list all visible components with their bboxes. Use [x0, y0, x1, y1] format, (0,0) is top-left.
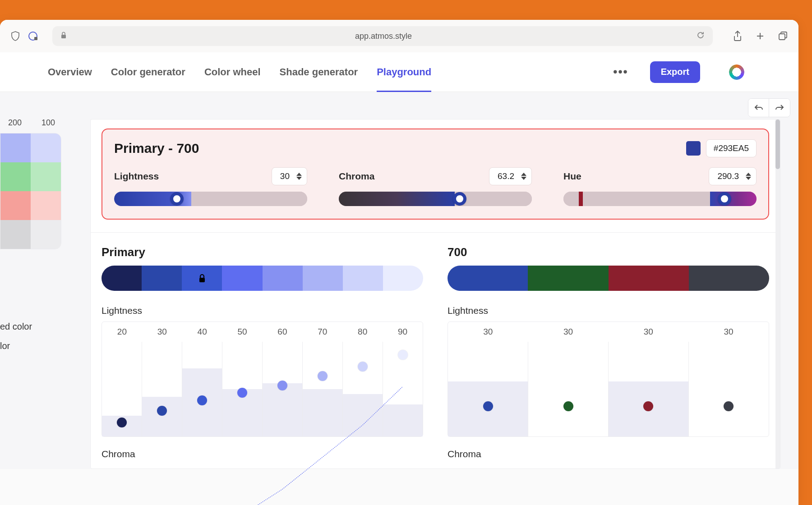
chart-point[interactable]: [197, 395, 207, 405]
swatch[interactable]: [0, 162, 31, 191]
stepper-icon[interactable]: [521, 172, 527, 180]
shade-swatch[interactable]: [689, 266, 769, 291]
app: Overview Color generator Color wheel Sha…: [0, 52, 798, 469]
hex-swatch[interactable]: [686, 141, 701, 156]
svg-rect-4: [199, 278, 205, 282]
url-text: app.atmos.style: [70, 32, 697, 41]
control-value-input[interactable]: 63.2: [489, 167, 532, 185]
shade-swatch[interactable]: [263, 266, 303, 291]
swatch[interactable]: [0, 133, 31, 162]
sidebar-swatch-row: [0, 220, 61, 249]
scrollbar[interactable]: [775, 119, 780, 468]
redo-button[interactable]: [769, 99, 790, 117]
control-label: Hue: [563, 171, 709, 182]
tabs-icon[interactable]: [778, 31, 788, 41]
chart-point[interactable]: [563, 401, 573, 411]
sidebar-swatch-row: [0, 191, 61, 220]
chart-point[interactable]: [318, 371, 328, 381]
address-bar[interactable]: app.atmos.style: [52, 26, 713, 46]
axis-tick: 30: [528, 322, 609, 342]
slider-thumb[interactable]: [453, 192, 466, 206]
control-lightness: Lightness 30: [114, 167, 307, 206]
editor-title: Primary - 700: [114, 141, 686, 156]
sidebar-headers: 200 100: [0, 118, 63, 128]
swatch[interactable]: [31, 162, 61, 191]
control-chroma: Chroma 63.2: [339, 167, 532, 206]
share-icon[interactable]: [733, 31, 743, 41]
nav-tab-playground[interactable]: Playground: [377, 54, 431, 92]
shade-swatch[interactable]: [528, 266, 608, 291]
chart-point[interactable]: [237, 388, 247, 398]
sidebar-link-1[interactable]: ed color: [0, 321, 63, 332]
control-value-input[interactable]: 30: [272, 167, 307, 185]
main-panel: Primary - 700 #293EA5 Lightness 30 Chrom…: [90, 119, 780, 469]
chart-point[interactable]: [643, 401, 653, 411]
shade-swatch[interactable]: [222, 266, 262, 291]
shield-icon[interactable]: [11, 31, 20, 41]
chart-point[interactable]: [157, 406, 167, 416]
700-lightness-chart: 30303030: [448, 321, 769, 437]
editor-card: Primary - 700 #293EA5 Lightness 30 Chrom…: [102, 129, 769, 220]
700-lightness-label: Lightness: [448, 305, 769, 316]
slider-thumb[interactable]: [170, 192, 184, 206]
refresh-icon[interactable]: [697, 31, 705, 41]
swatch[interactable]: [31, 133, 61, 162]
chart-point[interactable]: [277, 381, 287, 390]
svg-rect-2: [61, 35, 66, 38]
swatch[interactable]: [31, 191, 61, 220]
control-label: Chroma: [339, 171, 489, 182]
nav-tab-shade-generator[interactable]: Shade generator: [280, 54, 358, 91]
col-primary-title: Primary: [102, 245, 423, 259]
browser-right-icons: [733, 31, 788, 41]
nav-tab-overview[interactable]: Overview: [48, 54, 92, 91]
swatch[interactable]: [0, 191, 31, 220]
700-swatch-strip: [448, 266, 769, 291]
sidebar-swatch-row: [0, 133, 61, 162]
swatch[interactable]: [31, 220, 61, 249]
shade-swatch[interactable]: [303, 266, 343, 291]
chart-point[interactable]: [724, 401, 734, 411]
chart-point[interactable]: [398, 350, 408, 360]
chart-point[interactable]: [117, 418, 127, 427]
shade-swatch[interactable]: [448, 266, 528, 291]
shade-swatch[interactable]: [383, 266, 423, 291]
axis-tick: 50: [222, 322, 263, 342]
slider[interactable]: [339, 192, 532, 206]
hex-value[interactable]: #293EA5: [706, 139, 757, 157]
sidebar-header-100: 100: [42, 118, 55, 128]
shade-swatch[interactable]: [142, 266, 182, 291]
nav-tab-color-wheel[interactable]: Color wheel: [204, 54, 261, 91]
nav-tab-color-generator[interactable]: Color generator: [111, 54, 185, 91]
logo-icon[interactable]: [729, 64, 744, 80]
sidebar-header-200: 200: [8, 118, 22, 128]
primary-swatch-strip: [102, 266, 423, 291]
chart-point[interactable]: [358, 362, 368, 372]
stepper-icon[interactable]: [745, 172, 752, 180]
axis-tick: 90: [383, 322, 423, 342]
control-value-input[interactable]: 290.3: [709, 167, 757, 185]
more-menu-icon[interactable]: •••: [613, 65, 628, 79]
hex-display: #293EA5: [686, 139, 757, 157]
shade-swatch[interactable]: [102, 266, 142, 291]
shade-swatch[interactable]: [609, 266, 689, 291]
col-700-title: 700: [448, 245, 769, 259]
svg-rect-1: [34, 37, 37, 40]
slider[interactable]: [114, 192, 307, 206]
slider[interactable]: [563, 192, 757, 206]
undo-button[interactable]: [748, 99, 769, 117]
col-primary: Primary Lightness 2030405060708090 Chrom…: [102, 245, 423, 459]
new-tab-icon[interactable]: [755, 31, 765, 41]
export-button[interactable]: Export: [650, 61, 700, 83]
axis-tick: 20: [102, 322, 142, 342]
axis-tick: 30: [448, 322, 528, 342]
col-700: 700 Lightness 30303030 Chroma: [448, 245, 769, 459]
chart-point[interactable]: [483, 401, 493, 411]
site-info-icon[interactable]: [28, 31, 38, 41]
swatch[interactable]: [0, 220, 31, 249]
stepper-icon[interactable]: [296, 172, 302, 180]
axis-tick: 30: [142, 322, 182, 342]
shade-swatch[interactable]: [182, 266, 222, 291]
sidebar-link-2[interactable]: lor: [0, 341, 63, 351]
divider: [91, 232, 780, 233]
shade-swatch[interactable]: [343, 266, 383, 291]
